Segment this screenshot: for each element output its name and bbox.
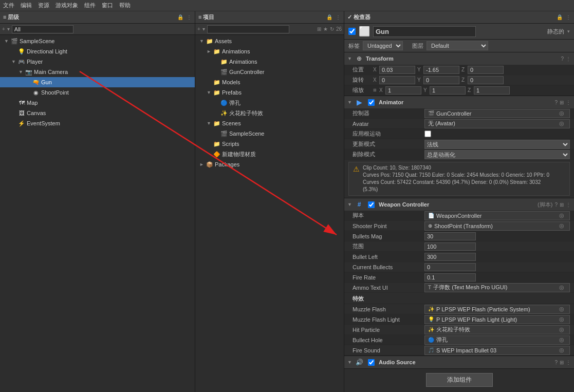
project-item-guncontroller[interactable]: 🎬GunController [195, 67, 344, 77]
project-star-icon[interactable]: ★ [323, 26, 328, 32]
tree-expand-icon[interactable]: ► [207, 49, 213, 54]
hierarchy-item-player[interactable]: ▼🎮Player [0, 57, 195, 67]
project-item-animations[interactable]: 📁Animations [195, 57, 344, 67]
wc-script-ref[interactable]: 📄 WeaponController ◎ [424, 211, 570, 220]
project-item-scenes[interactable]: ▼📁Scenes [195, 118, 344, 128]
hierarchy-item-shootpoint[interactable]: ◉ShootPoint [0, 87, 195, 98]
hierarchy-search-input[interactable] [12, 25, 73, 33]
wc-shooterpoint-ref[interactable]: ⊕ ShootPoint (Transform) ◎ [424, 221, 570, 231]
transform-header[interactable]: ▼ ⊕ Transform ? ⋮ [344, 52, 574, 65]
rotation-y-input[interactable] [423, 76, 459, 84]
rotation-z-input[interactable] [468, 76, 504, 84]
rotation-x-input[interactable] [379, 76, 415, 84]
project-menu-icon[interactable]: ⋮ [336, 14, 341, 20]
tree-expand-icon[interactable]: ▼ [207, 90, 213, 95]
project-item-models[interactable]: 📁Models [195, 77, 344, 87]
animator-header[interactable]: ▼ ▶ Animator ? ⊞ ⋮ [344, 96, 574, 108]
position-z-input[interactable] [468, 66, 504, 74]
scale-x-input[interactable] [385, 86, 421, 95]
hierarchy-item-eventsystem[interactable]: ⚡EventSystem [0, 118, 195, 128]
project-refresh-icon[interactable]: ↻ [330, 26, 334, 32]
menu-assets[interactable]: 资源 [38, 2, 49, 9]
wc-muzzleflash-ref[interactable]: ✨ P LPSP WEP Flash (Particle System) ◎ [424, 305, 570, 314]
hierarchy-menu-icon[interactable]: ⋮ [187, 14, 192, 20]
project-item-new-material[interactable]: 🔶新建物理材质 [195, 149, 344, 159]
transform-help-icon[interactable]: ? [561, 56, 564, 62]
scale-z-input[interactable] [474, 86, 510, 95]
audio-source-header[interactable]: ▼ 🔊 Audio Source ? ⊞ ⋮ [344, 356, 574, 368]
project-item-animations-folder[interactable]: ►📁Animations [195, 46, 344, 57]
animator-updatemode-select[interactable]: 法线 [424, 140, 570, 149]
tree-expand-icon[interactable]: ▼ [11, 59, 17, 64]
project-item-packages[interactable]: ►📦Packages [195, 159, 344, 170]
project-item-bullet-prefab[interactable]: 🔵弹孔 [195, 98, 344, 108]
position-y-input[interactable] [423, 66, 459, 74]
avatar-picker-icon[interactable]: ◎ [559, 120, 566, 127]
animator-cullmode-select[interactable]: 总是动画化 [424, 150, 570, 159]
menu-window[interactable]: 窗口 [102, 2, 113, 9]
menu-gameobject[interactable]: 游戏对象 [55, 2, 78, 9]
animator-avatar-ref[interactable]: 无 (Avatar) ◎ [424, 119, 570, 128]
wc-muzzleflash-picker-icon[interactable]: ◎ [559, 306, 566, 313]
wc-firesound-picker-icon[interactable]: ◎ [559, 347, 566, 354]
hierarchy-add-icon[interactable]: + [2, 26, 5, 32]
hierarchy-dropdown-icon[interactable]: ▾ [7, 26, 10, 32]
audio-source-help-icon[interactable]: ? [554, 360, 558, 365]
inspector-lock-icon[interactable]: 🔒 [557, 14, 563, 20]
project-item-prefabs[interactable]: ▼📁Prefabs [195, 87, 344, 98]
wc-bullecthole-ref[interactable]: 🔵 弹孔 ◎ [424, 335, 570, 345]
menu-component[interactable]: 组件 [84, 2, 96, 9]
project-item-samplescene-asset[interactable]: 🎬SampleScene [195, 128, 344, 139]
tree-expand-icon[interactable]: ▼ [4, 39, 10, 44]
scale-y-input[interactable] [430, 86, 466, 95]
hierarchy-item-gun[interactable]: 🔫Gun [0, 77, 195, 87]
tag-select[interactable]: Untagged [363, 41, 403, 50]
hierarchy-item-map[interactable]: 🗺Map [0, 98, 195, 108]
hierarchy-item-samplescene[interactable]: ▼🎬SampleScene [0, 36, 195, 46]
wc-bulletleft-input[interactable] [424, 253, 476, 261]
transform-settings-icon[interactable]: ⋮ [566, 56, 571, 62]
wc-ammotextui-picker-icon[interactable]: ◎ [559, 284, 566, 291]
wc-hitparticle-ref[interactable]: ✨ 火花粒子特效 ◎ [424, 325, 570, 334]
menu-file[interactable]: 文件 [3, 2, 14, 9]
tree-expand-icon[interactable]: ▼ [199, 39, 206, 44]
project-item-assets[interactable]: ▼📁Assets [195, 36, 344, 46]
wc-ammotextui-ref[interactable]: T 子弹数 (Text Mesh Pro UGUI) ◎ [424, 283, 570, 292]
animator-controller-ref[interactable]: 🎬 GunController ◎ [424, 109, 570, 118]
menu-edit[interactable]: 编辑 [21, 2, 32, 9]
wc-shooterpoint-picker-icon[interactable]: ◎ [559, 222, 566, 230]
project-item-spark-prefab[interactable]: ✨火花粒子特效 [195, 108, 344, 118]
wc-firesound-ref[interactable]: 🎵 S WEP Impact Bullet 03 ◎ [424, 346, 570, 355]
animator-menu-icon[interactable]: ⋮ [566, 100, 571, 105]
animator-enabled-checkbox[interactable] [368, 99, 375, 106]
project-item-scripts[interactable]: 📁Scripts [195, 139, 344, 149]
project-lock-icon[interactable]: 🔒 [326, 14, 332, 20]
wc-hitparticle-picker-icon[interactable]: ◎ [559, 326, 566, 333]
weapon-controller-help-icon[interactable]: ? [554, 202, 558, 208]
weapon-controller-settings-icon[interactable]: ⊞ [560, 202, 564, 208]
wc-muzzleflashlight-ref[interactable]: 💡 P LPSP WEP Flash Light (Light) ◎ [424, 315, 570, 324]
hierarchy-item-canvas[interactable]: 🖼Canvas [0, 108, 195, 118]
go-static-arrow[interactable]: ▾ [567, 29, 570, 34]
menu-help[interactable]: 帮助 [119, 2, 131, 9]
wc-muzzleflashlight-picker-icon[interactable]: ◎ [559, 316, 566, 323]
audio-source-menu-icon[interactable]: ⋮ [566, 360, 571, 365]
hierarchy-item-maincamera[interactable]: ▼📷Main Camera [0, 67, 195, 77]
audio-source-enabled-checkbox[interactable] [368, 359, 375, 366]
weapon-controller-menu-icon[interactable]: ⋮ [566, 202, 571, 208]
weapon-controller-enabled-checkbox[interactable] [368, 201, 375, 208]
wc-currentbullects-input[interactable] [424, 263, 476, 271]
hierarchy-item-dirlight[interactable]: 💡Directional Light [0, 46, 195, 57]
project-add-icon[interactable]: + [197, 26, 200, 32]
animator-rootmotion-checkbox[interactable] [424, 130, 431, 137]
wc-range-input[interactable] [424, 242, 476, 251]
go-name-input[interactable] [373, 26, 476, 37]
tree-expand-icon[interactable]: ► [199, 162, 206, 167]
project-view-icon[interactable]: ⊞ [317, 26, 321, 32]
audio-source-settings-icon[interactable]: ⊞ [560, 360, 564, 365]
weapon-controller-header[interactable]: ▼ # Weapon Controller (脚本) ? ⊞ ⋮ [344, 198, 574, 211]
position-x-input[interactable] [379, 66, 415, 74]
go-active-checkbox[interactable] [348, 28, 356, 35]
wc-bulletsmag-input[interactable] [424, 232, 476, 240]
project-search-input[interactable] [207, 25, 289, 33]
